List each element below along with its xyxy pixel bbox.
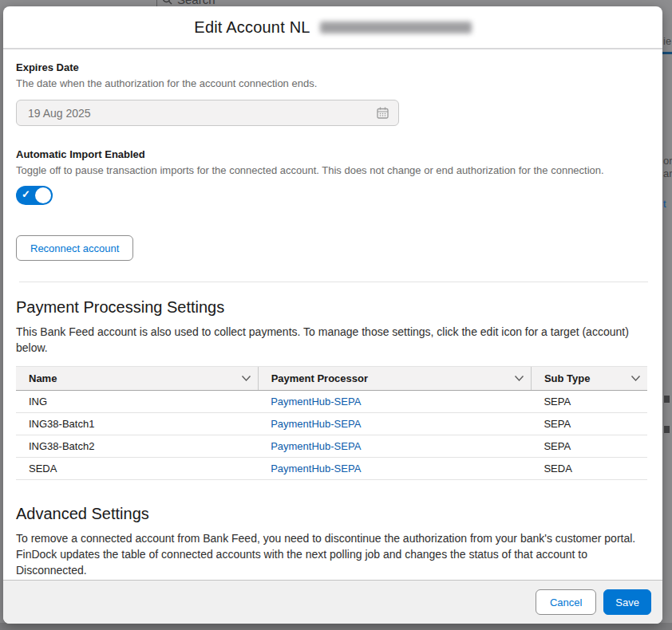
modal-footer: Cancel Save <box>3 580 662 624</box>
save-button[interactable]: Save <box>603 589 651 615</box>
cell-sub-type: SEPA <box>531 413 647 435</box>
chevron-down-icon[interactable] <box>241 375 251 382</box>
chevron-down-icon[interactable] <box>630 375 641 382</box>
column-header-label: Sub Type <box>544 372 591 384</box>
edit-account-modal: Edit Account NL Expires Date The date wh… <box>3 6 662 624</box>
table-row: SEDA PaymentHub-SEPA SEDA <box>16 458 647 480</box>
bg-fragment: ar <box>663 167 672 179</box>
background-search-box: Search <box>162 0 215 6</box>
bg-fragment-mark <box>664 396 670 403</box>
table-row: ING38-Batch1 PaymentHub-SEPA SEPA <box>16 413 647 435</box>
reconnect-account-button[interactable]: Reconnect account <box>16 235 133 261</box>
cell-sub-type: SEDA <box>531 458 647 480</box>
table-header-row: Name Payment Processor Sub Type <box>16 367 647 391</box>
search-icon <box>162 0 172 5</box>
payment-processor-link[interactable]: PaymentHub-SEPA <box>271 418 361 430</box>
background-search-label: Search <box>177 0 215 6</box>
background-divider <box>156 0 157 6</box>
cell-name: ING38-Batch1 <box>16 413 258 435</box>
column-header-label: Name <box>29 372 57 384</box>
modal-body: Expires Date The date when the authoriza… <box>3 49 662 578</box>
section-divider <box>19 282 648 282</box>
background-bottom-strip <box>0 623 672 630</box>
cell-sub-type: SEPA <box>531 435 647 458</box>
expires-date-help: The date when the authorization for the … <box>16 77 645 89</box>
bg-fragment-bar <box>662 52 672 54</box>
background-right-strip: ie or ar t <box>662 6 672 623</box>
advanced-settings-description: To remove a connected account from Bank … <box>16 530 646 578</box>
payment-processor-link[interactable]: PaymentHub-SEPA <box>271 440 361 452</box>
payment-targets-table: Name Payment Processor Sub Type <box>16 366 647 480</box>
payment-settings-description: This Bank Feed account is also used to c… <box>16 324 646 356</box>
column-header-sub-type[interactable]: Sub Type <box>531 367 647 391</box>
background-top-strip: Search <box>0 0 672 6</box>
cell-name: SEDA <box>16 458 258 480</box>
redacted-account-number <box>320 22 472 33</box>
cancel-button[interactable]: Cancel <box>536 589 596 615</box>
expires-date-field[interactable]: 19 Aug 2025 <box>16 100 399 126</box>
cell-name: ING38-Batch2 <box>16 435 258 458</box>
chevron-down-icon[interactable] <box>514 375 524 382</box>
auto-import-help: Toggle off to pause transaction imports … <box>16 164 645 176</box>
column-header-payment-processor[interactable]: Payment Processor <box>258 367 531 391</box>
payment-settings-title: Payment Processing Settings <box>16 298 645 317</box>
auto-import-toggle[interactable]: ✓ <box>16 186 53 205</box>
toggle-knob <box>35 187 51 203</box>
bg-fragment: t <box>663 198 666 210</box>
expires-date-value: 19 Aug 2025 <box>28 107 91 120</box>
auto-import-label: Automatic Import Enabled <box>16 148 645 160</box>
payment-processor-link[interactable]: PaymentHub-SEPA <box>271 463 361 474</box>
table-row: ING38-Batch2 PaymentHub-SEPA SEPA <box>16 435 647 458</box>
column-header-label: Payment Processor <box>271 372 368 384</box>
modal-title: Edit Account NL <box>194 18 310 37</box>
bg-fragment-mark <box>664 426 670 433</box>
expires-date-label: Expires Date <box>16 61 645 73</box>
table-row: ING PaymentHub-SEPA SEPA <box>16 391 647 413</box>
column-header-name[interactable]: Name <box>16 367 258 391</box>
cell-sub-type: SEPA <box>531 391 647 413</box>
payment-processor-link[interactable]: PaymentHub-SEPA <box>271 396 361 408</box>
modal-header: Edit Account NL <box>3 6 662 49</box>
check-icon: ✓ <box>22 188 30 200</box>
cell-name: ING <box>16 391 258 413</box>
bg-fragment: or <box>663 155 672 167</box>
calendar-icon <box>377 107 389 119</box>
bg-fragment: ie <box>663 35 671 47</box>
advanced-settings-title: Advanced Settings <box>16 505 645 523</box>
